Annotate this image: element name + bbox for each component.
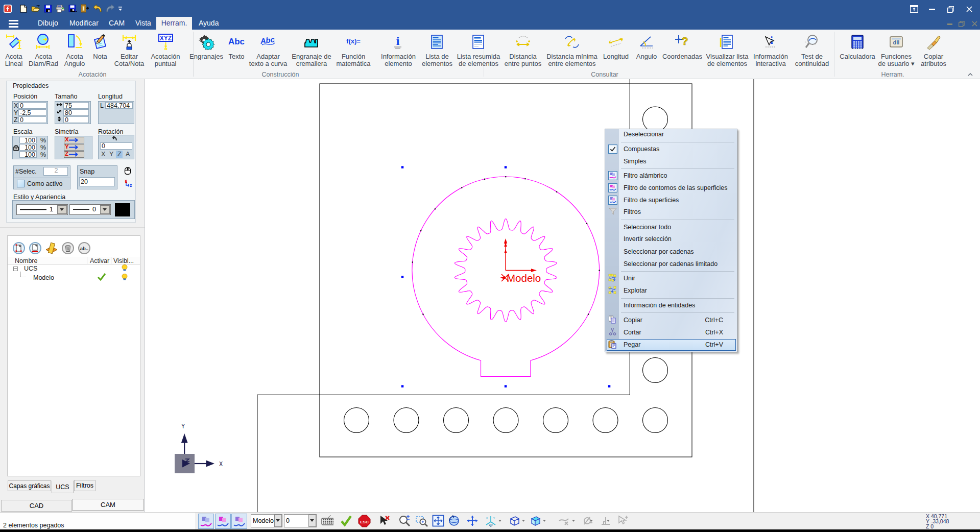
svg-text:XYZ: XYZ <box>160 35 172 42</box>
svg-text:dll: dll <box>893 39 900 45</box>
svg-text:ab..: ab.. <box>80 246 88 251</box>
svg-text:X: X <box>219 461 223 468</box>
svg-text:y: y <box>493 516 495 519</box>
svg-text:i: i <box>396 34 400 47</box>
svg-text:x: x <box>486 516 488 519</box>
svg-text:Modelo: Modelo <box>507 272 541 284</box>
svg-text:z: z <box>130 183 132 187</box>
svg-text:Y: Y <box>181 423 185 430</box>
svg-text:Abc: Abc <box>228 37 245 46</box>
svg-text:?: ? <box>681 35 688 47</box>
svg-text:ESC: ESC <box>360 520 369 524</box>
svg-text:f(x)=: f(x)= <box>346 37 361 45</box>
